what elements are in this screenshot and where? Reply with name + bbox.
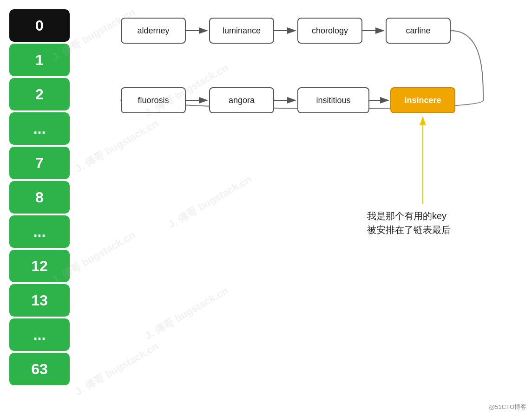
sidebar: 012...78...1213...63	[9, 9, 70, 385]
index-box-7: 7	[9, 147, 70, 179]
index-box-12: 12	[9, 250, 70, 282]
node-chorology: chorology	[297, 18, 362, 44]
index-box-...: ...	[9, 215, 70, 248]
index-box-13: 13	[9, 284, 70, 317]
index-box-2: 2	[9, 78, 70, 110]
node-insititious: insititious	[297, 87, 369, 113]
annotation: 我是那个有用的key 被安排在了链表最后	[367, 209, 451, 237]
diagram: alderney luminance chorology carline flu…	[79, 0, 532, 415]
index-box-8: 8	[9, 181, 70, 214]
index-box-...: ...	[9, 318, 70, 351]
index-box-1: 1	[9, 44, 70, 76]
node-alderney: alderney	[121, 18, 186, 44]
node-insincere: insincere	[390, 87, 455, 113]
node-fluorosis: fluorosis	[121, 87, 186, 113]
node-carline: carline	[386, 18, 451, 44]
index-box-...: ...	[9, 112, 70, 145]
node-luminance: luminance	[209, 18, 274, 44]
copyright: @51CTO博客	[489, 403, 526, 411]
index-box-0: 0	[9, 9, 70, 42]
index-box-63: 63	[9, 353, 70, 385]
arrows-svg	[79, 0, 532, 415]
node-angora: angora	[209, 87, 274, 113]
